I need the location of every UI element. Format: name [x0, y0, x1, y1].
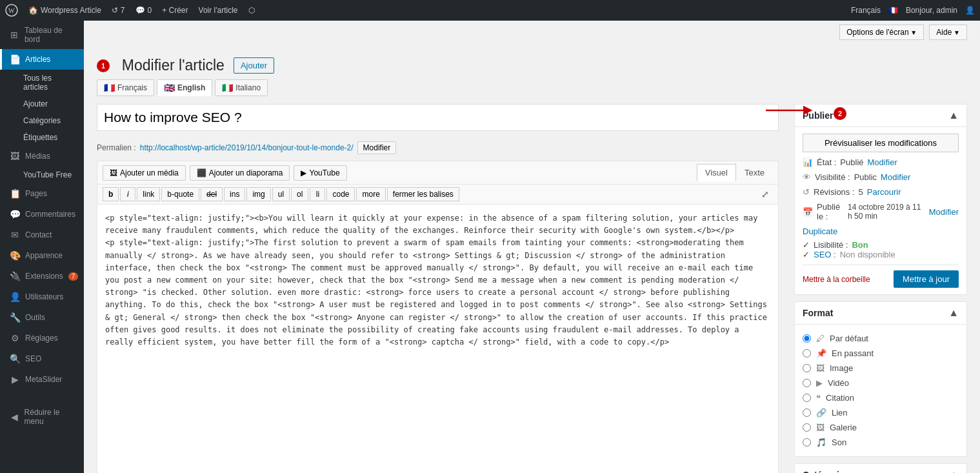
fmt-more[interactable]: more	[356, 187, 385, 201]
format-item-audio[interactable]: 🎵 Son	[803, 435, 959, 450]
add-media-button[interactable]: 🖼 Ajouter un média	[103, 165, 186, 181]
adminbar-bonjour[interactable]: Bonjour, admin	[906, 6, 957, 15]
sidebar-sub-ajouter[interactable]: Ajouter	[0, 96, 84, 112]
sidebar-item-pages[interactable]: 📋 Pages	[0, 183, 84, 204]
format-label-link[interactable]: Lien	[832, 408, 848, 418]
update-button[interactable]: Mettre à jour	[894, 270, 959, 288]
format-radio-aside[interactable]	[803, 349, 811, 357]
sidebar-item-metaslider[interactable]: ▶ MetaSlider	[0, 369, 84, 390]
fmt-ul[interactable]: ul	[272, 187, 290, 201]
reduce-icon: ◀	[10, 412, 19, 422]
visual-tab[interactable]: Visuel	[697, 164, 736, 181]
fmt-ol[interactable]: ol	[291, 187, 308, 201]
visibility-edit-link[interactable]: Modifier	[881, 172, 910, 182]
apparence-icon: 🎨	[10, 250, 20, 261]
youtube-button[interactable]: ▶ YouTube	[294, 165, 346, 181]
format-label-aside[interactable]: En passant	[832, 348, 874, 358]
sidebar-item-commentaires[interactable]: 💬 Commentaires	[0, 204, 84, 225]
format-label-video[interactable]: Vidéo	[828, 378, 849, 388]
flag-english: 🇬🇧	[164, 83, 175, 93]
sidebar-sub-categories[interactable]: Catégories	[0, 112, 84, 129]
sidebar-item-reglages[interactable]: ⚙ Réglages	[0, 328, 84, 348]
seo-link[interactable]: SEO :	[814, 250, 836, 259]
sidebar-item-dashboard[interactable]: ⊞ Tableau de bord	[0, 21, 84, 49]
sidebar-item-articles[interactable]: 📄 Articles	[0, 49, 84, 70]
adminbar-yoast[interactable]: ⬡	[248, 6, 255, 15]
lang-tab-francais[interactable]: 🇫🇷 Français	[97, 79, 154, 96]
sidebar-item-utilisateurs[interactable]: 👤 Utilisateurs	[0, 287, 84, 307]
format-radio-audio[interactable]	[803, 438, 811, 447]
screen-options-button[interactable]: Options de l'écran	[839, 25, 924, 40]
fmt-close-tags[interactable]: fermer les balises	[387, 187, 459, 201]
format-item-quote[interactable]: ❝ Citation	[803, 390, 959, 405]
fmt-del[interactable]: del	[201, 187, 223, 201]
fmt-code[interactable]: code	[326, 187, 355, 201]
lang-tab-italiano[interactable]: 🇮🇹 Italiano	[215, 79, 268, 96]
format-label-default[interactable]: Par défaut	[830, 334, 868, 343]
youtube-icon: ▶	[301, 168, 306, 177]
adminbar-revisions[interactable]: ↺ 7	[112, 6, 125, 15]
format-label-audio[interactable]: Son	[832, 438, 846, 447]
adminbar-voir-article[interactable]: Voir l'article	[199, 6, 238, 15]
format-item-link[interactable]: 🔗 Lien	[803, 405, 959, 420]
format-radio-gallery[interactable]	[803, 423, 811, 432]
format-label-gallery[interactable]: Galerie	[830, 423, 857, 432]
adminbar-comments[interactable]: 💬 0	[135, 6, 152, 15]
format-radio-quote[interactable]	[803, 394, 811, 402]
adminbar-creer[interactable]: + Créer	[162, 6, 188, 15]
duplicate-link[interactable]: Duplicate	[803, 226, 837, 236]
fmt-li[interactable]: li	[310, 187, 325, 201]
format-item-aside[interactable]: 📌 En passant	[803, 346, 959, 361]
format-radio-default[interactable]	[803, 334, 811, 343]
categories-box-toggle[interactable]: ▲	[948, 469, 959, 473]
wp-logo-item[interactable]: W	[5, 4, 18, 17]
fmt-link[interactable]: link	[137, 187, 160, 201]
sidebar-item-contact[interactable]: ✉ Contact	[0, 225, 84, 245]
state-edit-link[interactable]: Modifier	[868, 157, 897, 167]
post-title-input[interactable]	[97, 104, 779, 131]
lang-tab-english[interactable]: 🇬🇧 English	[157, 79, 212, 96]
adminbar-site-name[interactable]: 🏠 Wordpress Article	[28, 6, 101, 15]
publish-box-toggle[interactable]: ▲	[948, 110, 959, 121]
format-item-video[interactable]: ▶ Vidéo	[803, 376, 959, 390]
format-item-gallery[interactable]: 🖼 Galerie	[803, 420, 959, 435]
permalink-url[interactable]: http://localhost/wp-article/2019/10/14/b…	[140, 143, 354, 152]
preview-button[interactable]: Prévisualiser les modifications	[803, 134, 959, 152]
sidebar-item-medias[interactable]: 🖼 Médias	[0, 146, 84, 166]
sidebar-sub-etiquettes[interactable]: Étiquettes	[0, 129, 84, 146]
format-radio-video[interactable]	[803, 379, 811, 387]
sidebar-sub-tous[interactable]: Tous les articles	[0, 70, 84, 96]
format-item-default[interactable]: 🖊 Par défaut	[803, 331, 959, 346]
fmt-ins[interactable]: ins	[224, 187, 245, 201]
permalink-edit-button[interactable]: Modifier	[357, 141, 397, 154]
trash-link[interactable]: Mettre à la corbeille	[803, 275, 870, 284]
aide-button[interactable]: Aide	[929, 25, 967, 40]
add-diaporama-button[interactable]: ⬛ Ajouter un diaporama	[190, 165, 290, 181]
seo-icon: 🔍	[10, 354, 20, 364]
fmt-bold[interactable]: b	[103, 187, 119, 201]
fmt-bquote[interactable]: b-quote	[161, 187, 199, 201]
sidebar-youtube-free[interactable]: YouTube Free	[0, 166, 84, 183]
published-edit-link[interactable]: Modifier	[929, 207, 959, 217]
sidebar-item-extensions[interactable]: 🔌 Extensions 7	[0, 266, 84, 287]
adminbar-lang[interactable]: Français	[851, 6, 881, 15]
format-radio-link[interactable]	[803, 408, 811, 417]
sidebar-item-seo[interactable]: 🔍 SEO	[0, 348, 84, 369]
editor-expand-icon[interactable]: ⤢	[757, 187, 773, 201]
sidebar-item-apparence[interactable]: 🎨 Apparence	[0, 245, 84, 266]
sidebar-reduce-menu[interactable]: ◀ Réduire le menu	[0, 403, 84, 431]
format-box-toggle[interactable]: ▲	[948, 307, 959, 319]
revisions-link[interactable]: Parcourir	[867, 187, 901, 197]
fmt-img[interactable]: img	[246, 187, 270, 201]
format-toolbar: b i link b-quote del ins img ul ol li co…	[97, 185, 778, 205]
texte-tab[interactable]: Texte	[736, 164, 773, 181]
sidebar-item-outils[interactable]: 🔧 Outils	[0, 307, 84, 328]
editor-content[interactable]: <p style="text-align: justify;"><b>You w…	[97, 205, 778, 473]
format-item-image[interactable]: 🖼 Image	[803, 361, 959, 376]
format-radio-image[interactable]	[803, 364, 811, 372]
metaslider-icon: ▶	[10, 374, 20, 385]
format-label-image[interactable]: Image	[830, 363, 853, 373]
fmt-italic[interactable]: i	[120, 187, 135, 201]
add-article-button[interactable]: Ajouter	[234, 57, 274, 74]
format-label-quote[interactable]: Citation	[826, 393, 854, 403]
